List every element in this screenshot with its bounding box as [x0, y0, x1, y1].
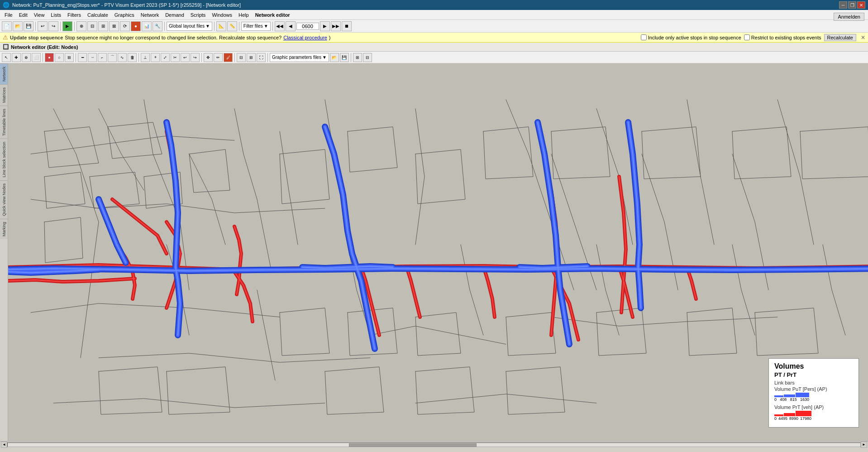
scroll-left-arrow[interactable]: ◄ [1, 442, 7, 448]
open-button[interactable]: 📂 [13, 21, 23, 31]
ne-redo-tool[interactable]: ↪ [191, 53, 200, 62]
menu-lists[interactable]: Lists [48, 10, 64, 19]
ne-arc-btn[interactable]: ⌒ [108, 53, 117, 62]
menu-demand[interactable]: Demand [162, 10, 187, 19]
menu-network-editor[interactable]: Network editor [253, 10, 293, 19]
sidebar-tab-lineblock[interactable]: Line block selection [0, 139, 8, 180]
redo-button[interactable]: ↪ [48, 21, 58, 31]
toolbar-btn-a[interactable]: ⊕ [76, 21, 86, 31]
ne-load-params[interactable]: 📂 [330, 53, 339, 62]
toolbar-btn-g[interactable]: 📊 [142, 21, 152, 31]
prev-period-button[interactable]: ◀◀ [275, 21, 285, 31]
filter-files-dropdown[interactable]: Filter files ▼ [241, 22, 271, 31]
anmelden-button[interactable]: Anmelden [834, 13, 864, 21]
app-icon: 🌐 [3, 2, 10, 8]
stop-button[interactable]: ⏹ [342, 21, 352, 31]
ne-circle-btn[interactable]: ○ [55, 53, 64, 62]
toolbar-btn-d[interactable]: ⊠ [109, 21, 119, 31]
scroll-track[interactable] [7, 442, 861, 447]
ne-dash-btn[interactable]: ┄ [88, 53, 97, 62]
ne-connect-btn[interactable]: ⤢ [161, 53, 170, 62]
minimize-button[interactable]: ─ [839, 1, 847, 9]
ne-select-tool[interactable]: ↖ [2, 53, 11, 62]
ne-layout-a[interactable]: ⊞ [353, 53, 362, 62]
classical-procedure-link[interactable]: Classical procedure [283, 35, 327, 40]
menu-file[interactable]: File [2, 10, 15, 19]
ne-sep-1 [43, 53, 43, 62]
legend-subtitle: PT / PrT [774, 371, 853, 378]
legend-section-put: Link bars Volume PuT [Pers] (AP) 0 408 8… [774, 380, 853, 402]
menu-network[interactable]: Network [138, 10, 162, 19]
undo-button[interactable]: ↩ [38, 21, 48, 31]
ne-align-btn[interactable]: ⊥ [141, 53, 150, 62]
ne-line-btn[interactable]: ━ [78, 53, 87, 62]
menu-scripts[interactable]: Scripts [188, 10, 209, 19]
ne-grid2-btn[interactable]: ⊞ [247, 53, 256, 62]
sidebar-tab-marking[interactable]: Marking [0, 219, 8, 239]
toolbar-btn-j[interactable]: 📏 [227, 21, 237, 31]
ne-snap-btn[interactable]: ⌖ [151, 53, 160, 62]
ne-sep-4 [201, 53, 202, 62]
sidebar-tab-timetable[interactable]: Timetable lines [0, 106, 8, 139]
ne-undo-tool[interactable]: ↩ [181, 53, 190, 62]
notification-bar: ⚠ Update stop sequence Stop sequence mig… [0, 33, 868, 43]
ne-curve-btn[interactable]: ∿ [118, 53, 127, 62]
menu-filters[interactable]: Filters [65, 10, 84, 19]
menu-windows[interactable]: Windows [209, 10, 235, 19]
ne-save-params[interactable]: 💾 [340, 53, 349, 62]
map-canvas[interactable] [8, 63, 868, 441]
save-button[interactable]: 💾 [24, 21, 33, 31]
toolbar-btn-b[interactable]: ⊟ [87, 21, 97, 31]
sidebar-tab-network[interactable]: Network [0, 63, 8, 84]
next-button[interactable]: ▶ [320, 21, 330, 31]
scroll-thumb[interactable] [349, 443, 477, 447]
ne-zoom-in[interactable]: ⊕ [22, 53, 31, 62]
sidebar-tab-quickview[interactable]: Quick view Nodes [0, 180, 8, 219]
time-display[interactable]: 0600 [296, 23, 319, 30]
menu-view[interactable]: View [31, 10, 48, 19]
ne-split-btn[interactable]: ✂ [171, 53, 180, 62]
menu-help[interactable]: Help [236, 10, 252, 19]
new-button[interactable]: 📄 [2, 21, 12, 31]
scroll-right-arrow[interactable]: ► [861, 442, 867, 448]
notification-close-icon[interactable]: ✕ [861, 34, 865, 41]
toolbar-btn-i[interactable]: 📐 [216, 21, 226, 31]
toolbar-btn-f[interactable]: ● [131, 21, 141, 31]
ne-marker-btn[interactable]: 🖊 [224, 53, 233, 62]
toolbar-btn-e[interactable]: ⟳ [120, 21, 130, 31]
restrict-existing-stops-checkbox-label[interactable]: Restrict to existing stops events [744, 34, 821, 40]
menu-calculate[interactable]: Calculate [85, 10, 111, 19]
sidebar-tab-matrices[interactable]: Matrices [0, 84, 8, 106]
toolbar-btn-h[interactable]: 🔧 [153, 21, 162, 31]
ne-layers-btn[interactable]: ⊟ [237, 53, 246, 62]
menu-graphics[interactable]: Graphics [112, 10, 137, 19]
restore-button[interactable]: ❐ [848, 1, 856, 9]
prev-button[interactable]: ◀ [286, 21, 296, 31]
ne-pencil-btn[interactable]: ✏ [214, 53, 223, 62]
ne-add-tool[interactable]: ✚ [12, 53, 21, 62]
ne-rect-select[interactable]: ⬜ [32, 53, 41, 62]
h-scrollbar: ◄ ► [0, 441, 868, 447]
ne-grid-btn[interactable]: ⊞ [65, 53, 74, 62]
ne-layout-b[interactable]: ⊟ [363, 53, 372, 62]
map-area[interactable]: Volumes PT / PrT Link bars Volume PuT [P… [8, 63, 868, 441]
ne-fullscreen-btn[interactable]: ⛶ [257, 53, 266, 62]
ne-delete-btn[interactable]: 🗑 [128, 53, 137, 62]
separator-6 [239, 22, 239, 31]
ne-angle-btn[interactable]: ⌐ [98, 53, 107, 62]
legend-prt-val3: 17980 [800, 416, 811, 421]
graphic-params-dropdown[interactable]: Graphic parameters files ▼ [270, 53, 329, 62]
ne-node-btn[interactable]: ● [45, 53, 54, 62]
include-active-stops-checkbox-label[interactable]: Include only active stops in stop sequen… [641, 34, 741, 40]
menu-edit[interactable]: Edit [16, 10, 30, 19]
run-button[interactable]: ▶ [62, 21, 72, 31]
restrict-existing-stops-checkbox[interactable] [744, 34, 750, 40]
include-active-stops-checkbox[interactable] [641, 34, 647, 40]
play-button[interactable]: ▶▶ [331, 21, 341, 31]
ne-move-btn[interactable]: ✥ [204, 53, 213, 62]
title-bar-controls[interactable]: ─ ❐ ✕ [839, 1, 865, 9]
layout-files-dropdown[interactable]: Global layout files ▼ [167, 22, 212, 31]
recalculate-button[interactable]: Recalculate [824, 34, 856, 41]
close-button[interactable]: ✕ [857, 1, 865, 9]
toolbar-btn-c[interactable]: ⊞ [98, 21, 108, 31]
